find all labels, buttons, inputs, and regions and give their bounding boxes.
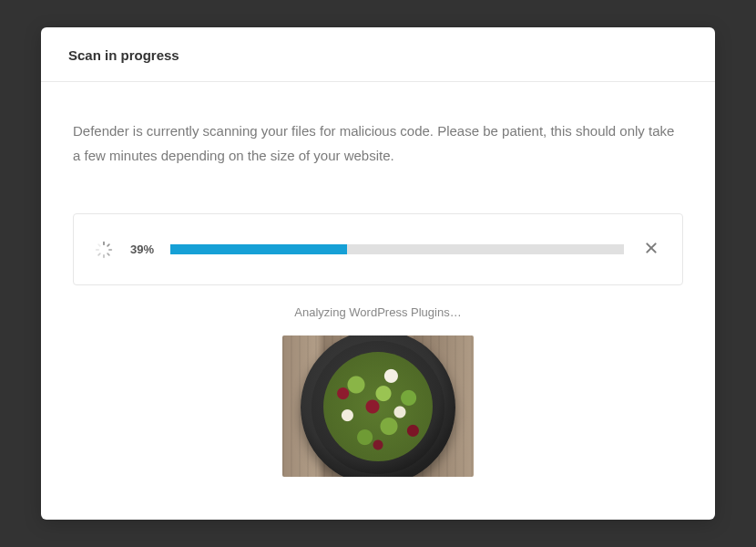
svg-rect-0 bbox=[103, 241, 105, 244]
cancel-scan-button[interactable] bbox=[640, 237, 662, 262]
modal-body: Defender is currently scanning your file… bbox=[41, 82, 715, 504]
scan-progress-modal: Scan in progress Defender is currently s… bbox=[41, 27, 715, 520]
svg-rect-7 bbox=[97, 243, 101, 246]
progress-fill bbox=[170, 244, 347, 254]
scan-description: Defender is currently scanning your file… bbox=[73, 119, 683, 168]
svg-rect-3 bbox=[107, 252, 110, 255]
modal-title: Scan in progress bbox=[68, 47, 688, 63]
close-icon bbox=[644, 241, 659, 258]
svg-rect-4 bbox=[103, 254, 105, 258]
progress-bar bbox=[170, 244, 624, 254]
spinner-icon bbox=[94, 240, 114, 260]
modal-header: Scan in progress bbox=[41, 27, 715, 82]
svg-rect-2 bbox=[108, 249, 112, 251]
food-image bbox=[282, 335, 474, 477]
status-text: Analyzing WordPress Plugins… bbox=[73, 305, 683, 319]
svg-rect-6 bbox=[96, 249, 99, 251]
svg-rect-5 bbox=[97, 252, 101, 255]
svg-rect-1 bbox=[107, 243, 110, 246]
progress-box: 39% bbox=[73, 213, 683, 285]
progress-percent: 39% bbox=[130, 243, 154, 256]
illustration bbox=[73, 335, 683, 477]
